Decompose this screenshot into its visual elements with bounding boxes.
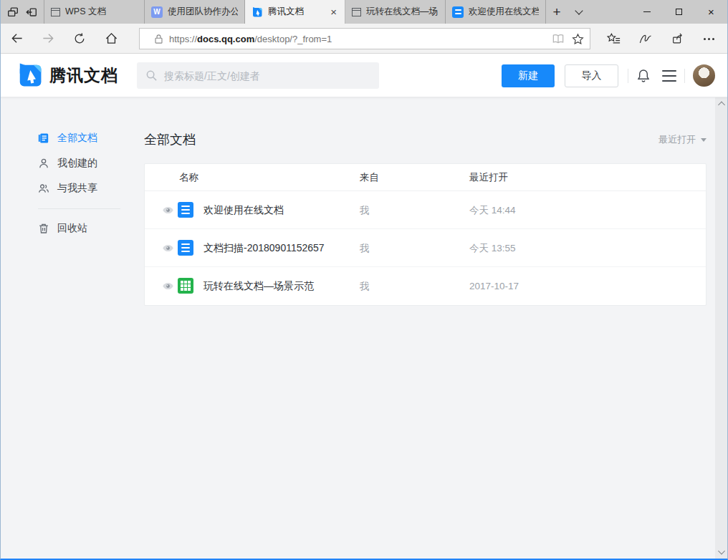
column-header-name: 名称	[179, 164, 198, 191]
set-tabs-aside-icon[interactable]	[25, 6, 38, 19]
browser-tab-play-docs[interactable]: 玩转在线文档—场	[345, 0, 446, 24]
sidebar-divider	[38, 208, 120, 209]
browser-addressbar: https://docs.qq.com/desktop/?_from=1	[1, 24, 727, 54]
doc-from: 我	[360, 267, 370, 305]
notification-bell-icon[interactable]	[636, 68, 651, 84]
doc-from: 我	[360, 191, 370, 229]
tab-title: 使用团队协作办公	[168, 6, 238, 18]
window-maximize-button[interactable]	[663, 0, 695, 24]
url-scheme: https://	[169, 34, 197, 44]
tab-title: 腾讯文档	[268, 6, 324, 18]
all-docs-icon	[38, 132, 49, 144]
sort-label: 最近打开	[658, 133, 696, 146]
window-minimize-button[interactable]	[631, 0, 663, 24]
web-note-pen-icon[interactable]	[630, 32, 661, 45]
eye-icon	[162, 206, 174, 214]
window-controls: ×	[631, 0, 727, 24]
refresh-icon[interactable]	[64, 32, 95, 45]
table-row[interactable]: 欢迎使用在线文档 我 今天 14:44	[145, 191, 706, 229]
back-icon[interactable]	[1, 32, 32, 45]
doc-name[interactable]: 玩转在线文档—场景示范	[203, 267, 314, 305]
table-row[interactable]: 文档扫描-20180901152657 我 今天 13:55	[145, 229, 706, 267]
person-icon	[38, 158, 49, 169]
share-icon[interactable]	[661, 32, 693, 45]
tab-title: 欢迎使用在线文档	[469, 6, 539, 18]
favorites-star-icon[interactable]	[572, 33, 584, 45]
page-content: 全部文档 我创建的 与我共享 回收站 全部文档 最近打开 名称 来自 最近打开 …	[1, 97, 727, 559]
scroll-down-icon[interactable]	[718, 548, 725, 555]
tencent-docs-favicon-icon	[252, 6, 263, 18]
table-header-row: 名称 来自 最近打开	[145, 164, 706, 191]
doc-from: 我	[360, 229, 370, 267]
doc-name[interactable]: 欢迎使用在线文档	[203, 191, 284, 229]
doc-opened: 今天 13:55	[469, 229, 516, 267]
more-options-icon[interactable]	[693, 38, 724, 40]
search-box[interactable]	[137, 62, 379, 89]
browser-toolbar	[598, 24, 724, 54]
search-input[interactable]	[164, 70, 370, 82]
browser-tab-welcome-docs[interactable]: 欢迎使用在线文档	[446, 0, 546, 24]
tab-title: WPS 文档	[65, 6, 138, 18]
column-header-from: 来自	[360, 164, 379, 191]
sort-dropdown[interactable]: 最近打开	[658, 133, 707, 146]
url-text: https://docs.qq.com/desktop/?_from=1	[169, 34, 545, 44]
url-path: /desktop/?_from=1	[254, 34, 332, 44]
doc-icon	[178, 240, 193, 256]
caret-down-icon	[701, 138, 707, 142]
browser-tab-tencent-docs-active[interactable]: 腾讯文档 ×	[245, 0, 345, 24]
app-header: 腾讯文档 新建 导入	[1, 54, 727, 97]
sidebar-item-shared-with-me[interactable]: 与我共享	[38, 179, 97, 198]
home-icon[interactable]	[95, 32, 127, 45]
doc-opened: 2017-10-17	[469, 267, 519, 305]
doc-name[interactable]: 文档扫描-20180901152657	[203, 229, 325, 267]
url-host: docs.qq.com	[197, 34, 254, 44]
window-close-button[interactable]: ×	[695, 0, 727, 24]
tab-preview-icon[interactable]	[6, 6, 19, 19]
hamburger-menu-icon[interactable]	[662, 70, 676, 82]
documents-table: 名称 来自 最近打开 欢迎使用在线文档 我 今天 14:44 文档扫描-2018…	[144, 163, 707, 306]
sidebar-item-label: 回收站	[57, 222, 87, 235]
doc-favicon-icon	[452, 6, 464, 18]
new-doc-button[interactable]: 新建	[502, 64, 555, 87]
wps-w-favicon-icon: W	[151, 6, 163, 18]
sidebar-item-label: 全部文档	[57, 132, 97, 145]
hub-favorites-list-icon[interactable]	[598, 32, 630, 45]
new-tab-button[interactable]: +	[546, 0, 567, 24]
tab-list-chevron-icon[interactable]	[567, 0, 590, 24]
sidebar-item-recycle-bin[interactable]: 回收站	[38, 219, 87, 238]
forward-icon[interactable]	[32, 32, 64, 45]
table-row[interactable]: 玩转在线文档—场景示范 我 2017-10-17	[145, 267, 706, 305]
browser-tabbar: WPS 文档 W 使用团队协作办公 腾讯文档 × 玩转在线文档—场 欢迎使用在线…	[1, 0, 727, 24]
eye-icon	[162, 244, 174, 252]
header-divider	[684, 69, 685, 83]
page-title: 全部文档	[144, 131, 196, 148]
tencent-docs-logo[interactable]	[16, 62, 44, 89]
import-button[interactable]: 导入	[565, 64, 618, 87]
sidebar-item-created-by-me[interactable]: 我创建的	[38, 154, 97, 173]
tab-actions-group	[1, 0, 44, 24]
people-icon	[38, 183, 49, 194]
sheet-icon	[178, 278, 193, 294]
tab-close-icon[interactable]: ×	[329, 6, 338, 17]
page-favicon-icon	[51, 8, 60, 16]
sidebar-item-all-docs[interactable]: 全部文档	[38, 129, 97, 148]
scroll-up-icon[interactable]	[718, 102, 725, 109]
doc-icon	[178, 202, 193, 218]
sidebar-item-label: 我创建的	[57, 157, 97, 170]
browser-tab-teamwork[interactable]: W 使用团队协作办公	[145, 0, 245, 24]
sidebar-item-label: 与我共享	[57, 182, 97, 195]
browser-tab-wps[interactable]: WPS 文档	[44, 0, 145, 24]
url-field[interactable]: https://docs.qq.com/desktop/?_from=1	[139, 28, 590, 49]
lock-icon	[154, 34, 163, 44]
user-avatar[interactable]	[693, 64, 715, 87]
main-header-row: 全部文档 最近打开	[144, 129, 707, 150]
doc-opened: 今天 14:44	[469, 191, 516, 229]
page-scrollbar[interactable]	[715, 97, 727, 559]
brand-title: 腾讯文档	[49, 64, 118, 87]
trash-icon	[38, 223, 49, 234]
reading-view-icon[interactable]	[552, 33, 565, 44]
page-favicon-icon	[352, 8, 361, 16]
search-icon	[145, 69, 158, 82]
eye-icon	[162, 282, 174, 290]
tab-title: 玩转在线文档—场	[366, 6, 439, 18]
